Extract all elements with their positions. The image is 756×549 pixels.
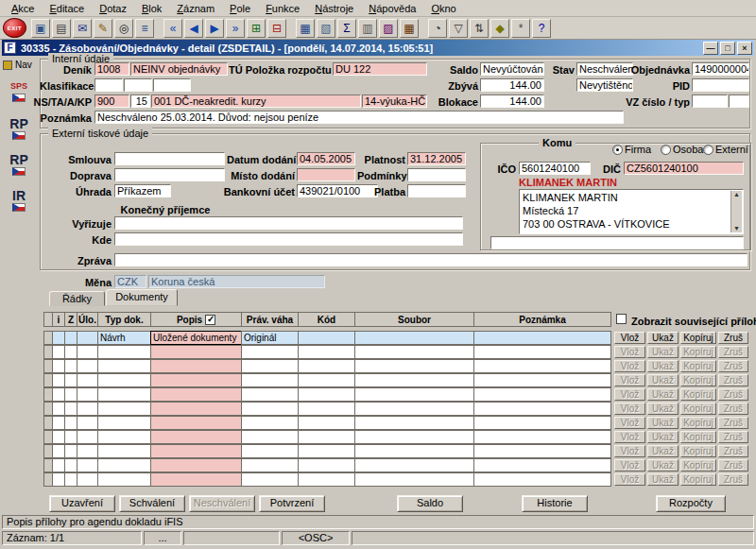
- uhrada-field[interactable]: Příkazem: [114, 184, 171, 197]
- cell-prav-vaha[interactable]: [241, 373, 299, 387]
- scroll-up-icon[interactable]: ▲: [733, 191, 740, 198]
- doprava-field[interactable]: [114, 168, 225, 181]
- settings-icon[interactable]: *: [511, 19, 530, 38]
- menu-item-zaznam[interactable]: Záznam: [169, 2, 222, 15]
- cell-prav-vaha[interactable]: [241, 416, 299, 430]
- next-record-icon[interactable]: ▶: [205, 19, 224, 38]
- mail-icon[interactable]: ✉: [73, 19, 92, 38]
- a-field[interactable]: 001 DČ-neakredit. kurzy: [151, 94, 361, 108]
- scroll-down-icon[interactable]: ▼: [733, 225, 740, 232]
- show-related-checkbox[interactable]: [616, 314, 627, 324]
- podminky-field[interactable]: [407, 168, 466, 181]
- uzavreni-button[interactable]: Uzavření: [49, 495, 115, 512]
- sort-icon[interactable]: ⇅: [470, 19, 489, 38]
- calendar-icon[interactable]: ▦: [400, 19, 419, 38]
- minimize-button[interactable]: —: [703, 42, 718, 55]
- rozpocty-button[interactable]: Rozpočty: [656, 495, 726, 512]
- exit-button[interactable]: EXIT: [3, 18, 26, 38]
- cell-kod[interactable]: [298, 444, 355, 458]
- poznamka-field[interactable]: Neschváleno 25.03.2014. Důvod: nejsou pe…: [94, 111, 624, 124]
- sidebar-shortcut-rp-3[interactable]: RP: [4, 153, 34, 178]
- cell-poznamka[interactable]: [473, 387, 611, 402]
- cell-prav-vaha[interactable]: [241, 430, 299, 444]
- vz-typ-field[interactable]: [729, 94, 749, 108]
- cell-typ-dok[interactable]: [97, 373, 151, 387]
- cell-soubor[interactable]: [354, 359, 474, 373]
- firma-radio[interactable]: [612, 145, 623, 155]
- misto-dodani-field[interactable]: [297, 168, 355, 181]
- address-box[interactable]: KLIMANEK MARTIN Místecká 17 703 00 OSTRA…: [519, 189, 744, 234]
- address-scrollbar[interactable]: ▲▼: [730, 191, 742, 232]
- row-button-kopiruj[interactable]: Kopíruj: [680, 332, 716, 344]
- cell-kod[interactable]: [298, 387, 355, 402]
- menu-item-blok[interactable]: Blok: [134, 2, 169, 15]
- row-button-ukaz[interactable]: Ukaž: [647, 332, 679, 344]
- popis-select-checkbox[interactable]: [205, 315, 215, 325]
- cell-typ-dok[interactable]: [97, 458, 151, 472]
- restore-button[interactable]: □: [720, 42, 735, 55]
- cell-soubor[interactable]: [354, 345, 474, 359]
- close-button[interactable]: ×: [737, 42, 752, 55]
- cell-prav-vaha[interactable]: [241, 458, 299, 472]
- cell-typ-dok[interactable]: [97, 387, 151, 402]
- nav-toggle[interactable]: Nav: [3, 60, 32, 70]
- cell-typ-dok[interactable]: [97, 430, 151, 444]
- denik-code-field[interactable]: 1008: [94, 62, 129, 76]
- datum-dodani-field[interactable]: 04.05.2005: [297, 152, 355, 165]
- print-icon[interactable]: ▤: [52, 19, 71, 38]
- cell-popis[interactable]: Uložené dokumenty: [150, 331, 242, 345]
- pid-field[interactable]: [692, 78, 749, 92]
- help-icon[interactable]: ?: [532, 19, 551, 38]
- smlouva-field[interactable]: [114, 152, 225, 165]
- cell-popis[interactable]: [150, 387, 242, 402]
- klasifikace-field-2[interactable]: [124, 78, 152, 92]
- cell-soubor[interactable]: [354, 430, 474, 444]
- sum-icon[interactable]: Σ: [337, 19, 356, 38]
- cell-popis[interactable]: [150, 472, 242, 487]
- cell-kod[interactable]: [298, 430, 355, 444]
- cell-prav-vaha[interactable]: [241, 387, 299, 402]
- potvrzeni-button[interactable]: Potvrzení: [259, 495, 325, 512]
- platba-field[interactable]: [407, 184, 466, 197]
- menu-item-editace[interactable]: Editace: [42, 2, 92, 15]
- form-icon[interactable]: ▧: [317, 19, 335, 38]
- dic-field[interactable]: CZ5601240100: [624, 162, 744, 175]
- row-button-zrus[interactable]: Zruš: [718, 332, 748, 344]
- cell-poznamka[interactable]: [473, 373, 611, 387]
- zprava-field[interactable]: [114, 253, 747, 266]
- ns-field[interactable]: 900: [94, 94, 129, 108]
- search-icon[interactable]: ◎: [114, 19, 133, 38]
- cell-soubor[interactable]: [354, 373, 474, 387]
- vz-cislo-field[interactable]: [692, 94, 728, 108]
- row-button-vloz[interactable]: Vlož: [614, 332, 645, 344]
- cell-kod[interactable]: [298, 416, 355, 430]
- sidebar-shortcut-ir-4[interactable]: IR: [4, 189, 34, 214]
- menu-item-okno[interactable]: Okno: [423, 2, 463, 15]
- externi-radio[interactable]: [703, 145, 713, 155]
- cell-kod[interactable]: [298, 359, 355, 373]
- cell-kod[interactable]: [298, 331, 355, 345]
- cell-kod[interactable]: [298, 458, 355, 472]
- last-record-icon[interactable]: »: [226, 19, 245, 38]
- cell-kod[interactable]: [298, 472, 355, 487]
- menu-item-dotaz[interactable]: Dotaz: [92, 2, 134, 15]
- cell-soubor[interactable]: [354, 402, 474, 416]
- cell-prav-vaha[interactable]: [241, 359, 299, 373]
- cell-poznamka[interactable]: [473, 458, 611, 472]
- menu-item-akce[interactable]: Akce: [4, 2, 42, 15]
- ico-field[interactable]: 5601240100: [519, 162, 591, 175]
- cell-kod[interactable]: [298, 345, 355, 359]
- cell-poznamka[interactable]: [473, 345, 611, 359]
- cell-popis[interactable]: [150, 402, 242, 416]
- cell-typ-dok[interactable]: [97, 472, 151, 487]
- cell-typ-dok[interactable]: [97, 345, 151, 359]
- cell-typ-dok[interactable]: [97, 402, 151, 416]
- ta-field[interactable]: 15: [130, 94, 150, 108]
- cell-poznamka[interactable]: [473, 430, 611, 444]
- tu-polozka-field[interactable]: DU 122: [333, 62, 427, 76]
- cell-popis[interactable]: [150, 345, 242, 359]
- menu-item-pole[interactable]: Pole: [222, 2, 258, 15]
- first-record-icon[interactable]: «: [163, 19, 182, 38]
- save-icon[interactable]: ▣: [31, 19, 50, 38]
- filter-icon[interactable]: ▽: [449, 19, 468, 38]
